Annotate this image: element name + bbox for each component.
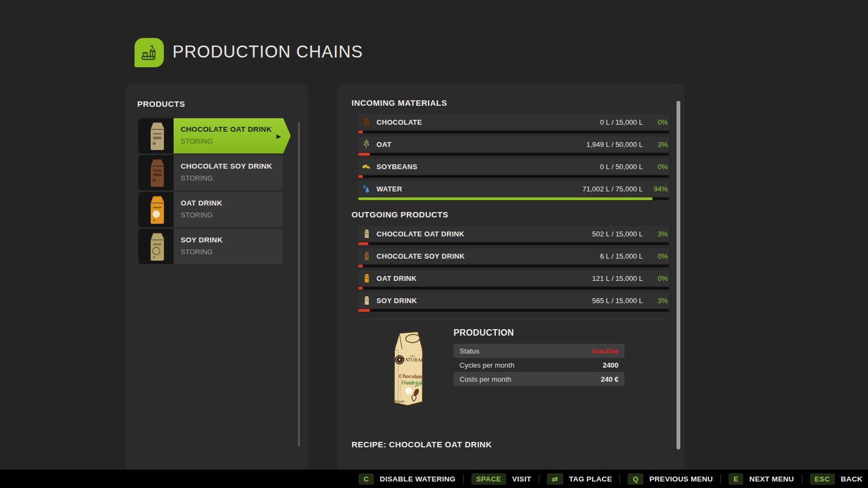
selected-arrow-icon: ▶ <box>277 132 281 139</box>
water-icon <box>361 183 372 194</box>
product-progress-bar <box>358 287 669 290</box>
product-list-item-chocolate-soy-drink[interactable]: CHOCOLATE SOY DRINK STORING <box>138 155 308 190</box>
hint-divider <box>720 474 721 483</box>
product-fill-level: 502 L / 15,000 L <box>592 230 643 238</box>
product-row-soy-drink: SOY DRINK 565 L / 15,000 L 3% <box>358 293 669 312</box>
hint-divider <box>463 474 464 483</box>
product-progress-bar <box>358 309 669 312</box>
product-progress-bar <box>358 242 669 245</box>
svg-text:Vegan: Vegan <box>394 399 405 404</box>
product-percent: 3% <box>643 230 669 238</box>
material-progress-bar <box>358 175 669 178</box>
material-fill-level: 0 L / 15,000 L <box>600 118 643 126</box>
incoming-materials-heading: INCOMING MATERIALS <box>352 98 685 107</box>
tab-key-icon[interactable]: ⇄ <box>547 473 563 485</box>
details-scrollbar[interactable] <box>676 101 680 450</box>
products-scrollbar[interactable] <box>298 122 300 447</box>
material-fill-level: 1,949 L / 50,000 L <box>586 140 643 149</box>
products-heading: PRODUCTS <box>126 84 308 108</box>
carton-icon <box>361 295 372 306</box>
production-heading: PRODUCTION <box>454 328 624 338</box>
production-costs-row: Costs per month 240 € <box>454 372 624 386</box>
material-progress-bar <box>358 153 669 156</box>
outgoing-products-list: CHOCOLATE OAT DRINK 502 L / 15,000 L 3% <box>358 226 669 312</box>
costs-value: 240 € <box>601 375 618 383</box>
material-label: WATER <box>376 185 402 193</box>
product-name: OAT DRINK <box>181 199 283 207</box>
hint-previous-menu[interactable]: Q PREVIOUS MENU <box>628 473 713 485</box>
product-list-item-chocolate-oat-drink[interactable]: CHOCOLATE OAT DRINK STORING ▶ <box>138 118 308 153</box>
product-label: OAT DRINK <box>376 274 417 282</box>
product-thumbnail <box>138 118 174 153</box>
product-row-chocolate-oat-drink: CHOCOLATE OAT DRINK 502 L / 15,000 L 3% <box>358 226 669 245</box>
material-fill-level: 71,002 L / 75,000 L <box>582 185 643 193</box>
material-label: CHOCOLATE <box>376 118 422 126</box>
material-percent: 94% <box>643 185 669 193</box>
product-progress-bar <box>358 265 669 267</box>
product-name: CHOCOLATE SOY DRINK <box>181 162 283 170</box>
key-space[interactable]: SPACE <box>471 473 506 485</box>
hint-tag-place[interactable]: ⇄ TAG PLACE <box>547 473 612 485</box>
outgoing-products-heading: OUTGOING PRODUCTS <box>352 210 685 219</box>
key-esc[interactable]: ESC <box>810 473 835 485</box>
product-status: STORING <box>181 174 283 182</box>
material-percent: 0% <box>643 163 669 171</box>
product-list-item-soy-drink[interactable]: SOY DRINK STORING <box>138 229 308 264</box>
svg-text:NATURAL: NATURAL <box>401 357 424 363</box>
cycles-value: 2400 <box>603 361 618 369</box>
product-name: SOY DRINK <box>181 236 283 244</box>
product-item-body: CHOCOLATE SOY DRINK STORING <box>174 155 283 190</box>
product-percent: 3% <box>643 297 669 305</box>
product-fill-level: 6 L / 15,000 L <box>600 252 643 260</box>
key-e[interactable]: E <box>729 473 743 485</box>
product-item-body: CHOCOLATE OAT DRINK STORING ▶ <box>174 118 291 153</box>
section-divider <box>358 319 669 319</box>
products-list: CHOCOLATE OAT DRINK STORING ▶ CHOCOLATE … <box>138 118 308 264</box>
production-table: Status Inactive Cycles per month 2400 Co… <box>454 344 624 386</box>
product-name: CHOCOLATE OAT DRINK <box>181 125 291 133</box>
product-row-chocolate-soy-drink: CHOCOLATE SOY DRINK 6 L / 15,000 L 0% <box>358 248 669 267</box>
product-row-oat-drink: OAT DRINK 121 L / 15,000 L 0% <box>358 271 669 290</box>
hint-back[interactable]: ESC BACK <box>810 473 863 485</box>
hint-visit[interactable]: SPACE VISIT <box>471 473 532 485</box>
material-row-chocolate: CHOCOLATE 0 L / 15,000 L 0% <box>358 114 669 133</box>
hint-divider <box>620 474 620 483</box>
production-section: ALL NATURAL Chocolate Oatdrink Vegan PRO… <box>352 326 685 408</box>
carton-icon <box>361 273 372 284</box>
material-label: SOYBEANS <box>376 163 417 171</box>
product-thumbnail <box>138 229 174 264</box>
product-thumbnail <box>138 155 174 190</box>
product-label: SOY DRINK <box>376 297 417 305</box>
key-q[interactable]: Q <box>628 473 643 485</box>
hint-divider <box>539 474 539 483</box>
material-row-oat: OAT 1,949 L / 50,000 L 3% <box>358 137 669 156</box>
product-status: STORING <box>181 211 283 219</box>
material-row-soybeans: SOYBEANS 0 L / 50,000 L 0% <box>358 159 669 178</box>
product-label: CHOCOLATE SOY DRINK <box>376 252 465 260</box>
product-list-item-oat-drink[interactable]: OAT DRINK STORING <box>138 192 308 227</box>
material-progress-bar <box>358 131 669 133</box>
material-percent: 3% <box>643 140 669 149</box>
product-fill-level: 565 L / 15,000 L <box>592 297 643 305</box>
material-row-water: WATER 71,002 L / 75,000 L 94% <box>358 181 669 200</box>
material-fill-level: 0 L / 50,000 L <box>600 163 643 171</box>
material-percent: 0% <box>643 118 669 126</box>
production-carton-image: ALL NATURAL Chocolate Oatdrink Vegan <box>381 325 434 408</box>
hint-disable-watering[interactable]: C DISABLE WATERING <box>359 473 455 485</box>
production-chains-icon <box>135 38 164 67</box>
product-fill-level: 121 L / 15,000 L <box>592 274 643 282</box>
svg-text:Oatdrink: Oatdrink <box>401 380 423 386</box>
carton-icon <box>361 228 372 239</box>
key-c[interactable]: C <box>359 473 374 485</box>
hint-next-menu[interactable]: E NEXT MENU <box>729 473 794 485</box>
products-panel: PRODUCTS CHOCOLATE OAT DRINK STORING ▶ <box>126 84 308 470</box>
chocolate-icon <box>361 117 372 127</box>
material-progress-bar <box>358 197 669 200</box>
production-status-row: Status Inactive <box>454 344 624 358</box>
status-value: Inactive <box>592 347 618 355</box>
hint-divider <box>802 474 802 483</box>
incoming-materials-list: CHOCOLATE 0 L / 15,000 L 0% <box>358 114 669 200</box>
product-percent: 0% <box>643 252 669 260</box>
production-cycles-row: Cycles per month 2400 <box>454 358 624 372</box>
oat-icon <box>361 139 372 150</box>
